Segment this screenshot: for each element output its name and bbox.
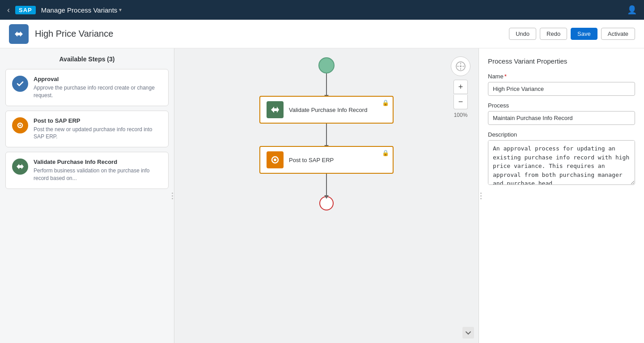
- approval-check-icon: [16, 79, 25, 88]
- post-card-desc: Post the new or updated purchase info re…: [34, 126, 162, 141]
- page-title: High Price Variance: [35, 29, 113, 39]
- process-input[interactable]: [488, 111, 635, 125]
- zoom-out-button[interactable]: −: [453, 95, 468, 109]
- process-flow: Validate Purchase Info Record 🔒 Post to …: [259, 57, 394, 210]
- process-field-label: Process: [488, 102, 635, 109]
- step-card-approval[interactable]: Approval Approve the purchase info recor…: [5, 69, 169, 106]
- flow-node-validate[interactable]: Validate Purchase Info Record 🔒: [259, 96, 394, 124]
- top-nav: ‹ SAP Manage Process Variants ▾ 👤: [0, 0, 644, 20]
- flow-node-post[interactable]: Post to SAP ERP 🔒: [259, 146, 394, 174]
- toolbar: High Price Variance Undo Redo Save Activ…: [0, 20, 644, 48]
- zoom-in-button[interactable]: +: [453, 80, 468, 94]
- validate-node-icon: [267, 101, 284, 118]
- validate-icon: [12, 159, 28, 175]
- step-card-validate[interactable]: Validate Purchase Info Record Perform bu…: [5, 152, 169, 189]
- sap-logo: SAP: [15, 6, 36, 14]
- validate-node-lock-icon: 🔒: [382, 99, 389, 106]
- toolbar-actions: Undo Redo Save Activate: [509, 28, 635, 40]
- app-icon: [9, 24, 29, 44]
- app-icon-svg: [13, 28, 25, 40]
- post-card-title: Post to SAP ERP: [34, 117, 162, 124]
- collapse-icon: [465, 330, 471, 336]
- validate-card-title: Validate Purchase Info Record: [34, 159, 162, 165]
- post-node-circle-icon: [270, 155, 280, 165]
- available-steps-title: Available Steps (3): [5, 56, 169, 63]
- zoom-level: 100%: [454, 112, 468, 118]
- nav-title: Manage Process Variants ▾: [41, 6, 122, 14]
- post-circle-icon: [16, 121, 25, 130]
- flow-arrow-2: [326, 124, 327, 146]
- bottom-bar: [462, 327, 474, 339]
- validate-node-label: Validate Purchase Info Record: [289, 107, 367, 113]
- toolbar-left: High Price Variance: [9, 24, 113, 44]
- main-layout: Available Steps (3) Approval Approve the…: [0, 48, 644, 343]
- name-input[interactable]: [488, 82, 635, 96]
- drag-dot: [172, 195, 173, 197]
- user-icon[interactable]: 👤: [627, 5, 637, 15]
- name-required-indicator: *: [504, 73, 507, 80]
- nav-title-dropdown-icon[interactable]: ▾: [119, 7, 122, 13]
- canvas-controls: + − 100%: [451, 56, 470, 118]
- post-node-icon: [267, 151, 284, 168]
- approval-icon: [12, 76, 28, 92]
- nav-title-text: Manage Process Variants: [41, 6, 118, 14]
- undo-button[interactable]: Undo: [509, 28, 536, 40]
- right-panel: Process Variant Properties Name * Proces…: [479, 48, 644, 343]
- right-panel-drag-handle[interactable]: [479, 187, 483, 205]
- approval-card-desc: Approve the purchase info record create …: [34, 84, 162, 99]
- svg-marker-3: [17, 164, 24, 169]
- save-button[interactable]: Save: [571, 28, 597, 40]
- flow-start-node: [318, 57, 335, 73]
- svg-point-2: [19, 124, 21, 126]
- validate-card-content: Validate Purchase Info Record Perform bu…: [34, 159, 162, 182]
- svg-marker-10: [271, 107, 279, 113]
- drag-dot: [172, 198, 173, 199]
- drag-dot: [480, 195, 482, 197]
- compass-svg: [455, 61, 466, 72]
- left-panel: Available Steps (3) Approval Approve the…: [0, 48, 174, 343]
- properties-title: Process Variant Properties: [488, 57, 635, 65]
- nav-left: ‹ SAP Manage Process Variants ▾: [7, 5, 122, 15]
- compass-icon[interactable]: [451, 56, 470, 76]
- validate-node-arrow-icon: [270, 105, 280, 115]
- collapse-button[interactable]: [462, 327, 474, 339]
- validate-arrow-icon: [16, 162, 25, 171]
- description-textarea[interactable]: [488, 140, 635, 185]
- name-field-label: Name *: [488, 73, 635, 80]
- approval-card-title: Approval: [34, 76, 162, 82]
- description-field-label: Description: [488, 131, 635, 138]
- flow-arrow-1: [326, 73, 327, 96]
- svg-point-12: [274, 159, 276, 161]
- drag-dot: [480, 198, 482, 199]
- drag-dot: [172, 193, 173, 194]
- validate-card-desc: Perform business validation on the purch…: [34, 167, 162, 182]
- post-icon: [12, 117, 28, 133]
- drag-dot: [480, 193, 482, 194]
- svg-marker-0: [15, 31, 23, 37]
- step-card-post[interactable]: Post to SAP ERP Post the new or updated …: [5, 111, 169, 148]
- flow-arrow-3: [326, 174, 327, 196]
- left-panel-drag-handle[interactable]: [170, 187, 174, 205]
- post-node-lock-icon: 🔒: [382, 150, 389, 156]
- post-card-content: Post to SAP ERP Post the new or updated …: [34, 117, 162, 141]
- canvas-area[interactable]: + − 100% Validate Purchase Info Record 🔒: [174, 48, 479, 343]
- activate-button[interactable]: Activate: [601, 28, 635, 40]
- approval-card-content: Approval Approve the purchase info recor…: [34, 76, 162, 99]
- post-node-label: Post to SAP ERP: [289, 157, 334, 163]
- redo-button[interactable]: Redo: [540, 28, 567, 40]
- svg-point-9: [460, 65, 462, 67]
- back-button[interactable]: ‹: [7, 5, 10, 15]
